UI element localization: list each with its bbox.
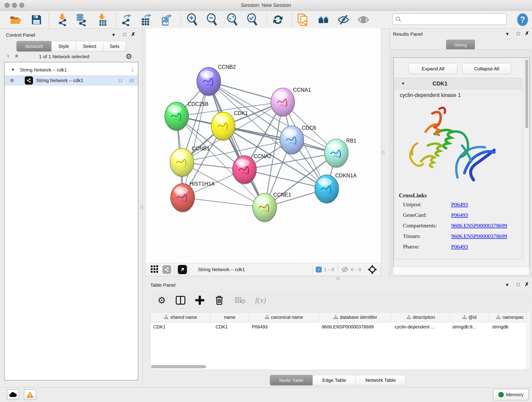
control-panel-float-icon[interactable]: ▾ bbox=[112, 32, 115, 37]
show-all-button[interactable] bbox=[357, 13, 370, 26]
gene-description: cyclin-dependent kinase 1 bbox=[395, 89, 522, 98]
tab-string[interactable]: String bbox=[446, 40, 475, 50]
table-export-icon bbox=[140, 13, 152, 26]
column-header[interactable]: canonical name bbox=[249, 313, 319, 322]
tab-edge-table[interactable]: Edge Table bbox=[312, 375, 356, 385]
add-icon[interactable] bbox=[195, 296, 204, 305]
column-header[interactable]: @id bbox=[450, 313, 489, 322]
strip-separator bbox=[364, 265, 365, 274]
title-bar: Session: New Session bbox=[0, 0, 532, 11]
tab-style[interactable]: Style bbox=[51, 41, 76, 51]
network-collection-row[interactable]: ▼ String Network – cdk1 1 bbox=[5, 65, 138, 75]
cloud-button[interactable] bbox=[7, 389, 19, 400]
warnings-button[interactable] bbox=[24, 389, 36, 400]
memory-button[interactable]: Memory bbox=[493, 389, 529, 400]
export-image-button[interactable] bbox=[159, 13, 172, 26]
import-network-from-database-button[interactable] bbox=[75, 13, 88, 26]
delete-trash-icon[interactable] bbox=[215, 295, 224, 305]
uniprot-link[interactable]: P06493 bbox=[451, 201, 468, 208]
collapse-triangle-icon[interactable]: ▼ bbox=[11, 68, 15, 72]
tab-network[interactable]: Network bbox=[17, 41, 52, 51]
column-header[interactable]: namespac bbox=[489, 313, 530, 322]
control-panel-title: Control Panel bbox=[6, 32, 35, 38]
main-toolbar: ? bbox=[0, 11, 532, 28]
tissues-link[interactable]: 9606.ENSP00000378699 bbox=[451, 233, 507, 239]
memory-status-dot bbox=[498, 392, 504, 397]
expand-all-button[interactable]: Expand All bbox=[409, 63, 457, 74]
scrollbar-thumb[interactable] bbox=[525, 60, 528, 128]
zoom-in-button[interactable] bbox=[186, 13, 199, 26]
zoom-selected-button[interactable] bbox=[246, 13, 259, 26]
first-neighbors-button[interactable] bbox=[317, 13, 330, 26]
table-settings-gear-icon[interactable]: ⚙ bbox=[158, 295, 166, 306]
global-search[interactable] bbox=[392, 13, 507, 25]
pharos-link[interactable]: P06493 bbox=[451, 244, 468, 250]
string-network-graph[interactable] bbox=[146, 28, 381, 263]
compartments-link[interactable]: 9606.ENSP00000378699 bbox=[451, 223, 507, 229]
control-panel-close-icon[interactable]: ✗ bbox=[131, 32, 135, 37]
grid-view-icon[interactable] bbox=[151, 265, 158, 274]
tab-network-table[interactable]: Network Table bbox=[355, 375, 405, 385]
tab-select[interactable]: Select bbox=[76, 41, 104, 51]
search-input[interactable] bbox=[401, 17, 501, 22]
table-horizontal-scrollbar[interactable] bbox=[151, 365, 525, 369]
columns-icon[interactable] bbox=[176, 296, 186, 305]
string-results-scrollpane: Expand All Collapse All ▼ CDK1 cyclin-de… bbox=[393, 57, 530, 267]
network-share-view-icon[interactable] bbox=[162, 265, 171, 274]
refresh-icon bbox=[272, 13, 284, 26]
results-vertical-scrollbar[interactable] bbox=[525, 58, 529, 265]
duplicate-network-button[interactable] bbox=[297, 13, 310, 26]
zoom-out-button[interactable] bbox=[206, 13, 219, 26]
network-row[interactable]: String Network – cdk1 11 48 bbox=[5, 75, 138, 86]
table-vertical-scrollbar[interactable] bbox=[526, 313, 530, 370]
import-table-button[interactable] bbox=[96, 13, 109, 26]
collapse-all-button[interactable]: Collapse All bbox=[462, 63, 511, 74]
network-options-gear-icon[interactable]: ⚙ bbox=[126, 52, 132, 61]
left-splitter-handle[interactable] bbox=[140, 205, 144, 209]
tab-node-table[interactable]: Node Table bbox=[270, 375, 313, 385]
hide-selected-button[interactable] bbox=[337, 13, 350, 26]
selected-node-edge-counts: 1 – 0 bbox=[324, 267, 334, 272]
hidden-eye-slash-icon bbox=[341, 266, 349, 273]
scrollbar-thumb[interactable] bbox=[151, 365, 206, 368]
gene-symbol: CDK1 bbox=[433, 80, 447, 87]
cloud-icon bbox=[9, 392, 17, 397]
control-panel-maximize-icon[interactable]: □ bbox=[123, 32, 126, 37]
gene-section-header[interactable]: ▼ CDK1 bbox=[395, 78, 522, 89]
table-row[interactable]: CDK1 CDK1 P06493 9606.ENSP00000378699 cy… bbox=[151, 322, 530, 332]
table-panel-float-icon[interactable]: ▾ bbox=[506, 282, 508, 287]
refresh-button[interactable] bbox=[271, 13, 285, 26]
birdseye-view-icon[interactable] bbox=[178, 265, 187, 274]
section-collapse-triangle-icon[interactable]: ▼ bbox=[401, 81, 405, 86]
export-table-button[interactable] bbox=[139, 13, 152, 26]
pan-crosshair-icon[interactable] bbox=[368, 265, 377, 274]
column-header[interactable]: description bbox=[392, 313, 450, 322]
network-canvas[interactable]: CCNB2CCNA1CDC25BCDK1CDC6RB1CCNB1CCNA2CDK… bbox=[145, 28, 381, 263]
toolbar-separator bbox=[49, 13, 49, 26]
gene-section: ▼ CDK1 cyclin-dependent kinase 1 bbox=[394, 78, 522, 259]
column-header[interactable]: shared name bbox=[151, 313, 210, 322]
table-panel-close-icon[interactable]: ✗ bbox=[525, 282, 529, 287]
help-button[interactable]: ? bbox=[516, 13, 529, 26]
results-panel-close-icon[interactable]: ✗ bbox=[525, 31, 529, 36]
zoom-fit-button[interactable] bbox=[226, 13, 239, 26]
open-session-button[interactable] bbox=[9, 13, 22, 26]
results-panel-maximize-icon[interactable]: □ bbox=[517, 31, 520, 36]
column-header[interactable]: name bbox=[210, 313, 249, 322]
results-panel-float-icon[interactable]: ▾ bbox=[506, 32, 509, 36]
strip-separator bbox=[312, 265, 312, 274]
save-session-button[interactable] bbox=[30, 13, 43, 26]
network-view-title: String Network – cdk1 bbox=[198, 267, 245, 272]
node-label-CCNB1: CCNB1 bbox=[192, 146, 210, 152]
table-panel-maximize-icon[interactable]: □ bbox=[517, 282, 520, 287]
import-network-button[interactable] bbox=[56, 13, 69, 26]
houses-icon bbox=[317, 14, 330, 26]
genecard-link[interactable]: P06493 bbox=[451, 212, 468, 218]
right-splitter-handle[interactable] bbox=[381, 151, 385, 154]
results-horizontal-scrollbar[interactable] bbox=[393, 267, 529, 275]
column-header[interactable]: database identifier bbox=[319, 313, 392, 322]
table-header-row: shared name name canonical name database… bbox=[151, 313, 530, 322]
selected-checkbox-icon[interactable]: ✓ bbox=[316, 267, 322, 273]
tab-sets[interactable]: Sets bbox=[103, 41, 126, 51]
export-network-button[interactable] bbox=[120, 13, 133, 26]
